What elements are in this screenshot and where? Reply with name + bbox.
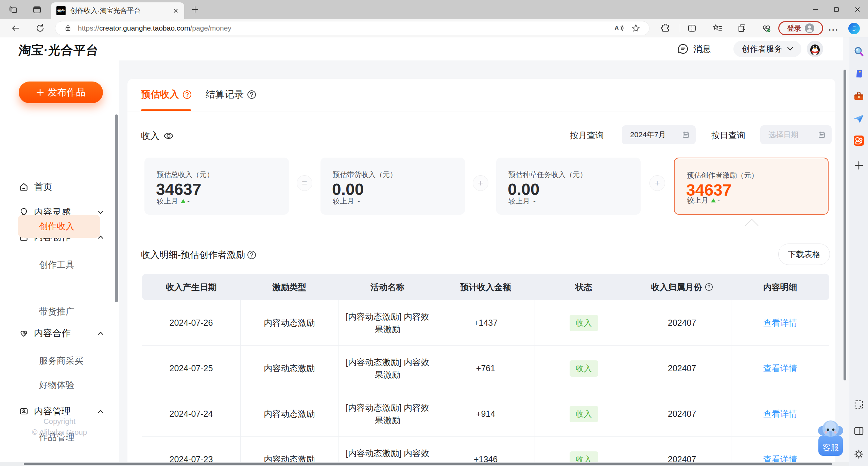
back-icon[interactable]: [11, 23, 20, 33]
stat-card-total-income: 预估总收入（元） 34637 较上月-: [144, 158, 289, 215]
chevron-down-icon: [787, 47, 793, 51]
tab-estimated-income[interactable]: 预估收入: [141, 88, 192, 101]
extensions-icon[interactable]: [661, 23, 670, 33]
address-bar[interactable]: https://creator.guanghe.taobao.com/page/…: [55, 21, 649, 35]
app-header: 淘宝·光合平台 消息 创作者服务: [0, 37, 843, 60]
more-dots-icon[interactable]: ···: [829, 25, 839, 35]
window-controls: [805, 0, 868, 19]
help-icon[interactable]: [705, 283, 713, 291]
tab-close-icon[interactable]: [173, 8, 179, 14]
customer-service-widget[interactable]: 客服: [817, 418, 844, 456]
stat-card-creator-incentive[interactable]: 预估创作者激励（元） 34637 较上月-: [674, 158, 829, 215]
maximize-button[interactable]: [826, 0, 847, 19]
app-logo: 淘宝·光合平台: [18, 42, 99, 59]
browser-tab[interactable]: 光合 创作收入·淘宝光合平台: [51, 2, 184, 19]
trend-up-icon: [711, 198, 716, 202]
login-button[interactable]: 登录: [778, 21, 823, 35]
sidebar-item-service-purchase[interactable]: 服务商采买: [39, 355, 83, 367]
sidebar-scrollbar[interactable]: [115, 114, 118, 302]
help-icon[interactable]: [247, 250, 256, 259]
split-screen-icon[interactable]: [687, 23, 697, 33]
chat-label: 客服: [822, 442, 839, 453]
sidebar-item-home[interactable]: 首页: [0, 178, 119, 196]
lock-icon[interactable]: [64, 24, 72, 32]
chevron-down-icon: [98, 211, 103, 214]
publish-button[interactable]: 发布作品: [19, 82, 103, 103]
collections-icon[interactable]: [737, 23, 747, 33]
horizontal-scrollbar-thumb[interactable]: [24, 463, 832, 465]
tab-title: 创作收入·淘宝光合平台: [70, 6, 168, 15]
column-separator: [437, 300, 437, 466]
tools-icon[interactable]: [853, 91, 865, 102]
favorites-list-icon[interactable]: [712, 23, 723, 33]
heart-hand-icon: [19, 328, 29, 338]
penguin-avatar-icon: [807, 41, 823, 57]
sidebar-item-creation-tools[interactable]: 创作工具: [39, 259, 74, 271]
status-badge: 收入: [570, 315, 598, 331]
message-bubble-icon: [677, 43, 689, 55]
table-row: 2024-07-24 内容动态激励 [内容动态激励] 内容效果激励 +914 收…: [142, 391, 829, 437]
svg-text:A: A: [614, 25, 619, 32]
elephant-mascot-icon: [817, 418, 844, 440]
trend-up-icon: [181, 199, 186, 203]
read-aloud-icon[interactable]: A: [614, 23, 624, 33]
view-details-link[interactable]: 查看详情: [763, 317, 797, 328]
add-icon[interactable]: [853, 160, 865, 171]
search-icon[interactable]: [853, 46, 865, 57]
favorite-star-icon[interactable]: [631, 24, 640, 33]
detail-section-title: 收入明细-预估创作者激励: [141, 249, 256, 261]
plus-icon: [36, 88, 44, 96]
calendar-icon: [818, 131, 826, 139]
profile-icon: [804, 23, 815, 33]
new-tab-icon[interactable]: [191, 5, 199, 14]
capture-icon[interactable]: [853, 399, 865, 410]
settings-gear-icon[interactable]: [853, 448, 865, 460]
home-icon: [19, 182, 29, 192]
tabs-divider: [127, 111, 835, 111]
sidebar-item-cooperation[interactable]: 内容合作: [0, 324, 119, 342]
minimize-button[interactable]: [805, 0, 826, 19]
eye-icon[interactable]: [163, 132, 174, 140]
view-details-link[interactable]: 查看详情: [763, 363, 797, 374]
copyright-line-1: Copyright: [0, 417, 119, 426]
send-icon[interactable]: [853, 113, 865, 125]
content-manage-icon: [19, 406, 29, 416]
messages-button[interactable]: 消息: [677, 43, 711, 55]
sidebar-item-product-trial[interactable]: 好物体验: [39, 379, 74, 391]
equals-operator: =: [297, 175, 312, 191]
kuaishou-icon[interactable]: [853, 135, 865, 146]
day-query-label: 按日查询: [711, 130, 745, 141]
help-icon: [183, 90, 192, 99]
column-separator: [240, 300, 241, 466]
status-badge: 收入: [570, 360, 598, 377]
site-favicon: 光合: [56, 6, 66, 15]
income-section-label: 收入: [141, 130, 174, 142]
browser-toolbar: https://creator.guanghe.taobao.com/page/…: [0, 19, 868, 37]
copilot-icon[interactable]: [848, 22, 861, 35]
month-picker[interactable]: 2024年7月: [622, 125, 696, 144]
header-with-help: 收入归属月份: [633, 282, 731, 293]
copyright-line-2: © Alibaba Group: [0, 428, 119, 437]
tab-actions-icon[interactable]: [32, 5, 42, 15]
sidebar-item-promotion[interactable]: 带货推广: [39, 306, 74, 318]
user-avatar[interactable]: [807, 41, 823, 57]
column-separator: [633, 300, 633, 466]
screen: 光合 创作收入·淘宝光合平台: [0, 0, 868, 466]
refresh-icon[interactable]: [35, 23, 45, 33]
shopping-icon[interactable]: [853, 68, 865, 80]
creator-service-menu[interactable]: 创作者服务: [733, 41, 801, 57]
side-panel-icon[interactable]: [853, 425, 865, 437]
view-details-link[interactable]: 查看详情: [763, 408, 797, 419]
chevron-up-icon: [98, 331, 103, 335]
workspaces-icon[interactable]: [9, 5, 18, 15]
page-scrollbar[interactable]: [844, 70, 846, 380]
month-query-label: 按月查询: [570, 130, 604, 141]
table-header: 收入产生日期 激励类型 活动名称 预计收入金额 状态 收入归属月份 内容明细: [142, 274, 829, 300]
sidebar-item-creation-income[interactable]: 创作收入: [18, 215, 100, 238]
download-table-button[interactable]: 下载表格: [778, 244, 830, 265]
tab-settlement-record[interactable]: 结算记录: [206, 88, 256, 101]
column-separator: [535, 300, 535, 466]
close-window-button[interactable]: [847, 0, 868, 19]
browser-essentials-icon[interactable]: [761, 23, 771, 33]
day-picker[interactable]: 选择日期: [760, 125, 832, 144]
